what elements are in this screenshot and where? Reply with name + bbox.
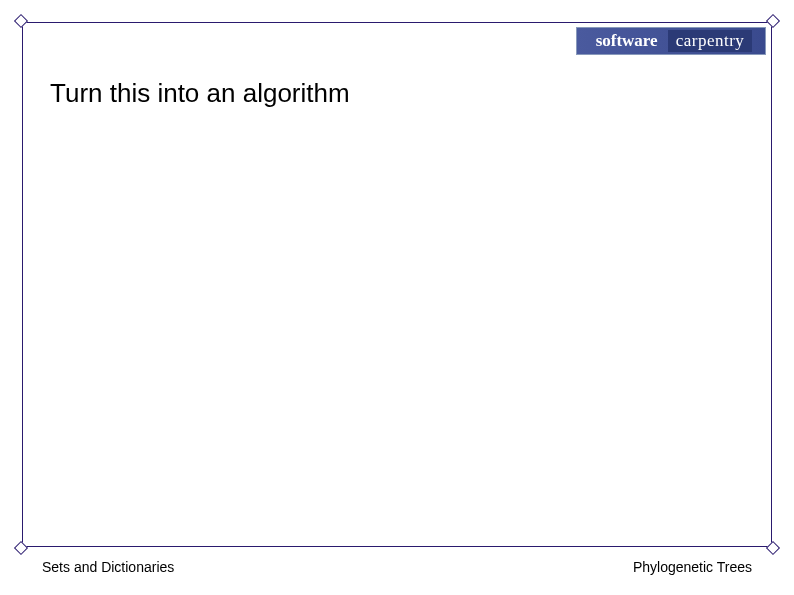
footer-right: Phylogenetic Trees	[633, 559, 752, 575]
slide-heading: Turn this into an algorithm	[50, 78, 350, 109]
footer-left: Sets and Dictionaries	[42, 559, 174, 575]
logo-text-right: carpentry	[668, 30, 753, 52]
software-carpentry-logo: software carpentry	[576, 27, 766, 55]
logo-text-left: software	[590, 31, 664, 51]
